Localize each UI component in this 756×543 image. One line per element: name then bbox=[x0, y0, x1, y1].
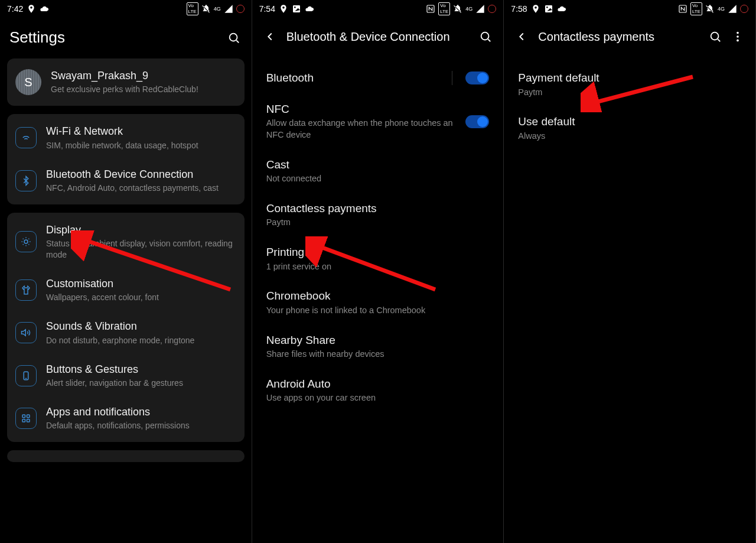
list-item-payment-default[interactable]: Payment default Paytm bbox=[506, 63, 753, 106]
list-item-android-auto[interactable]: Android Auto Use apps on your car screen bbox=[255, 369, 501, 412]
svg-point-21 bbox=[737, 40, 739, 42]
settings-item-display[interactable]: Display Status bar, ambient display, vis… bbox=[7, 215, 245, 269]
svg-rect-9 bbox=[293, 5, 300, 12]
signal-icon bbox=[475, 4, 485, 14]
cloud-icon bbox=[557, 4, 566, 14]
image-icon bbox=[544, 4, 553, 14]
svg-point-0 bbox=[229, 33, 237, 41]
location-icon bbox=[279, 4, 288, 14]
apps-icon bbox=[15, 408, 37, 429]
search-button[interactable] bbox=[226, 30, 242, 46]
page-header: Bluetooth & Device Connection bbox=[252, 18, 504, 57]
svg-point-1 bbox=[24, 240, 28, 243]
profile-name: Swayam_Prakash_9 bbox=[51, 69, 236, 83]
location-icon bbox=[27, 4, 36, 14]
signal-icon bbox=[224, 4, 233, 14]
divider bbox=[452, 71, 452, 85]
avatar: S bbox=[15, 69, 41, 95]
cloud-icon bbox=[305, 4, 314, 14]
gesture-icon bbox=[15, 365, 37, 386]
shirt-icon bbox=[15, 279, 37, 301]
mute-icon bbox=[705, 4, 715, 14]
phone-screen-3: 7:58 VoLTE 4G Contactless payments Payme… bbox=[504, 0, 756, 543]
bluetooth-toggle[interactable] bbox=[465, 71, 489, 84]
settings-group-next bbox=[7, 450, 245, 462]
speaker-icon bbox=[15, 322, 37, 343]
mute-icon bbox=[453, 4, 462, 14]
svg-rect-3 bbox=[22, 415, 25, 418]
status-bar: 7:54 VoLTE 4G bbox=[252, 0, 504, 18]
battery-ring-icon bbox=[488, 5, 496, 13]
settings-item-apps[interactable]: Apps and notifications Default apps, not… bbox=[7, 397, 245, 440]
network-4g-text: 4G bbox=[214, 6, 221, 12]
page-title: Settings bbox=[9, 28, 220, 47]
settings-item-buttons[interactable]: Buttons & Gestures Alert slider, navigat… bbox=[7, 355, 245, 397]
status-bar: 7:42 VoLTE 4G bbox=[0, 0, 252, 18]
status-time: 7:54 bbox=[259, 4, 275, 14]
cloud-icon bbox=[40, 4, 49, 14]
svg-rect-5 bbox=[22, 420, 25, 422]
settings-group-system: Display Status bar, ambient display, vis… bbox=[7, 213, 245, 442]
svg-rect-4 bbox=[27, 415, 30, 418]
svg-rect-15 bbox=[545, 5, 552, 12]
svg-point-10 bbox=[294, 6, 296, 8]
phone-screen-2: 7:54 VoLTE 4G Bluetooth & Device Connect… bbox=[252, 0, 504, 543]
back-button[interactable] bbox=[513, 28, 530, 45]
back-button[interactable] bbox=[262, 28, 278, 45]
svg-rect-6 bbox=[27, 420, 30, 422]
settings-group-connectivity: Wi-Fi & Network SIM, mobile network, dat… bbox=[7, 114, 245, 204]
list-item-cast[interactable]: Cast Not connected bbox=[255, 149, 501, 193]
settings-item-bluetooth[interactable]: Bluetooth & Device Connection NFC, Andro… bbox=[7, 160, 245, 202]
svg-point-12 bbox=[481, 32, 489, 40]
wifi-icon bbox=[15, 127, 37, 148]
settings-item-customisation[interactable]: Customisation Wallpapers, accent colour,… bbox=[7, 269, 245, 311]
list-item-printing[interactable]: Printing 1 print service on bbox=[255, 237, 501, 281]
more-button[interactable] bbox=[729, 28, 746, 45]
list-item-bluetooth[interactable]: Bluetooth bbox=[255, 63, 501, 94]
svg-point-16 bbox=[546, 6, 548, 8]
page-title: Contactless payments bbox=[538, 30, 701, 44]
network-4g-text: 4G bbox=[718, 6, 725, 12]
list-item-chromebook[interactable]: Chromebook Your phone is not linked to a… bbox=[255, 281, 501, 324]
search-button[interactable] bbox=[707, 28, 724, 45]
volte-icon: VoLTE bbox=[438, 2, 450, 15]
bluetooth-icon bbox=[15, 170, 37, 191]
page-title: Bluetooth & Device Connection bbox=[286, 30, 472, 44]
nfc-icon bbox=[678, 4, 687, 14]
profile-sub: Get exclusive perks with RedCableClub! bbox=[51, 84, 236, 95]
svg-point-19 bbox=[737, 32, 739, 34]
list-item-nfc[interactable]: NFC Allow data exchange when the phone t… bbox=[255, 94, 501, 149]
nfc-toggle[interactable] bbox=[465, 115, 489, 128]
location-icon bbox=[531, 4, 540, 14]
svg-point-20 bbox=[737, 35, 739, 38]
mute-icon bbox=[201, 4, 211, 14]
phone-screen-1: 7:42 VoLTE 4G Settings S Swayam_Prakash_… bbox=[0, 0, 252, 543]
settings-item-wifi[interactable]: Wi-Fi & Network SIM, mobile network, dat… bbox=[7, 116, 245, 159]
status-time: 7:42 bbox=[7, 4, 23, 14]
list-item-nearby-share[interactable]: Nearby Share Share files with nearby dev… bbox=[255, 325, 501, 369]
page-header: Contactless payments bbox=[504, 18, 755, 57]
volte-icon: VoLTE bbox=[187, 2, 198, 15]
svg-point-18 bbox=[711, 32, 719, 40]
profile-card[interactable]: S Swayam_Prakash_9 Get exclusive perks w… bbox=[7, 58, 245, 106]
battery-ring-icon bbox=[740, 5, 748, 13]
signal-icon bbox=[728, 4, 737, 14]
brightness-icon bbox=[15, 231, 37, 252]
battery-ring-icon bbox=[236, 5, 245, 13]
status-time: 7:58 bbox=[511, 4, 527, 14]
list-item-use-default[interactable]: Use default Always bbox=[506, 106, 753, 150]
image-icon bbox=[292, 4, 301, 14]
settings-item-sounds[interactable]: Sounds & Vibration Do not disturb, earph… bbox=[7, 311, 245, 354]
search-button[interactable] bbox=[477, 28, 494, 45]
volte-icon: VoLTE bbox=[690, 2, 702, 15]
status-bar: 7:58 VoLTE 4G bbox=[504, 0, 755, 18]
nfc-icon bbox=[426, 4, 435, 14]
list-item-contactless[interactable]: Contactless payments Paytm bbox=[255, 193, 501, 237]
network-4g-text: 4G bbox=[465, 6, 472, 12]
page-header: Settings bbox=[0, 18, 252, 58]
